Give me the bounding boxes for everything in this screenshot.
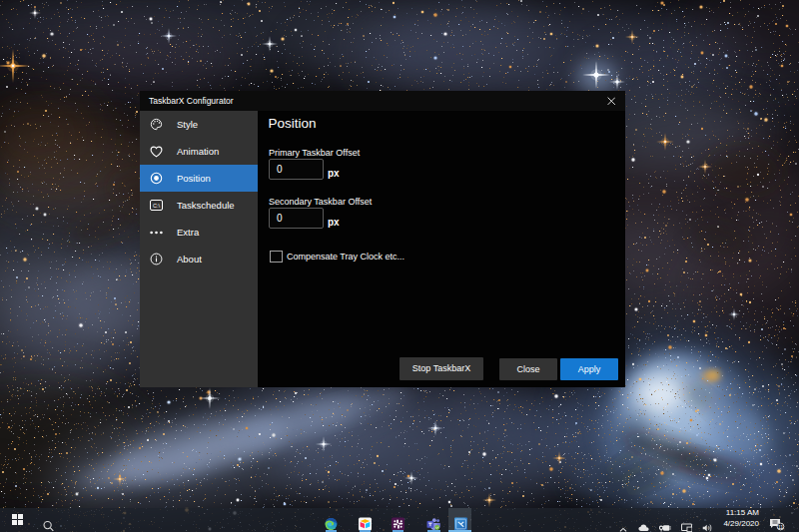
svg-text:11: 11 bbox=[778, 524, 784, 530]
svg-text:C:\: C:\ bbox=[153, 203, 161, 209]
